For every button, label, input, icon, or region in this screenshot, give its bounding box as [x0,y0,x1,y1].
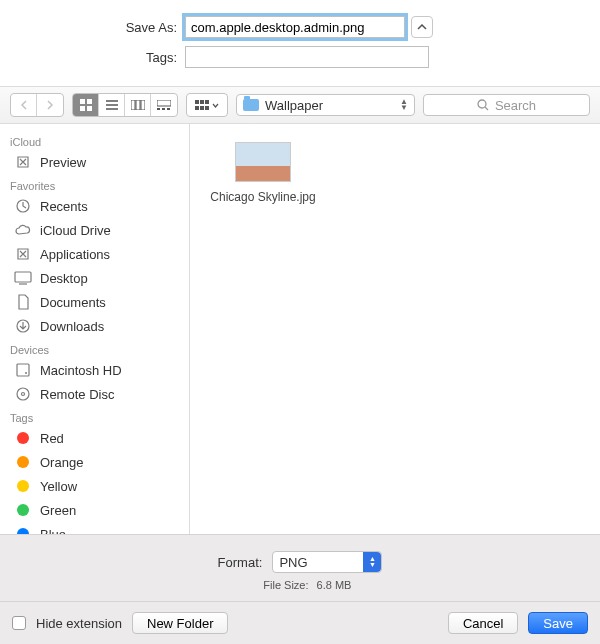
sidebar-item-macintosh-hd[interactable]: Macintosh HD [0,358,189,382]
column-view-button[interactable] [125,94,151,116]
hide-extension-label: Hide extension [36,616,122,631]
search-icon [477,99,489,111]
sidebar-item-label: Desktop [40,271,88,286]
tags-input[interactable] [185,46,429,68]
save-as-label: Save As: [0,20,185,35]
sidebar-item-documents[interactable]: Documents [0,290,189,314]
toolbar: Wallpaper ▲▼ Search [0,86,600,124]
filesize-value: 6.8 MB [317,579,352,591]
sidebar-item-applications[interactable]: Applications [0,242,189,266]
updown-icon: ▲▼ [400,99,408,111]
sidebar-item-remote-disc[interactable]: Remote Disc [0,382,189,406]
chevron-left-icon [20,100,27,110]
chevron-right-icon [47,100,54,110]
main-area: iCloudPreviewFavoritesRecentsiCloud Driv… [0,124,600,534]
file-tile[interactable]: Chicago Skyline.jpg [208,142,318,204]
list-view-button[interactable] [99,94,125,116]
tag-dot-icon [14,525,32,534]
gallery-view-button[interactable] [151,94,177,116]
hide-extension-checkbox[interactable] [12,616,26,630]
svg-rect-13 [167,108,170,110]
svg-rect-10 [157,100,171,106]
file-name-label: Chicago Skyline.jpg [208,190,318,204]
sidebar-doc-icon [14,293,32,311]
sidebar-download-icon [14,317,32,335]
sidebar-clock-icon [14,197,32,215]
svg-rect-17 [195,106,199,110]
format-value: PNG [279,555,307,570]
svg-line-21 [485,107,488,110]
sidebar-item-desktop[interactable]: Desktop [0,266,189,290]
bottom-bar: Hide extension New Folder Cancel Save [0,601,600,644]
search-field[interactable]: Search [423,94,590,116]
sidebar-item-red[interactable]: Red [0,426,189,450]
sidebar-item-orange[interactable]: Orange [0,450,189,474]
sidebar-section-header: Devices [0,338,189,358]
svg-rect-0 [80,99,85,104]
svg-rect-3 [87,106,92,111]
svg-rect-12 [162,108,165,110]
sidebar-section-header: iCloud [0,130,189,150]
list-icon [106,100,118,110]
folder-icon [243,99,259,111]
location-label: Wallpaper [265,98,323,113]
group-segment [186,93,228,117]
svg-rect-18 [200,106,204,110]
gallery-icon [157,100,171,110]
file-grid[interactable]: Chicago Skyline.jpg [190,124,600,534]
sidebar-section-header: Tags [0,406,189,426]
sidebar-desktop-icon [14,269,32,287]
sidebar-item-blue[interactable]: Blue [0,522,189,534]
svg-point-27 [25,372,27,374]
new-folder-button[interactable]: New Folder [132,612,228,634]
sidebar-app-icon [14,153,32,171]
collapse-button[interactable] [411,16,433,38]
sidebar-section-header: Favorites [0,174,189,194]
sidebar-hdd-icon [14,361,32,379]
svg-rect-2 [80,106,85,111]
search-placeholder: Search [495,98,536,113]
format-label: Format: [218,555,263,570]
tag-dot-icon [14,429,32,447]
sidebar[interactable]: iCloudPreviewFavoritesRecentsiCloud Driv… [0,124,190,534]
sidebar-item-label: Applications [40,247,110,262]
svg-rect-15 [200,100,204,104]
sidebar-item-green[interactable]: Green [0,498,189,522]
save-button[interactable]: Save [528,612,588,634]
sidebar-item-yellow[interactable]: Yellow [0,474,189,498]
save-dialog: Save As: Tags: [0,0,600,644]
svg-rect-14 [195,100,199,104]
chevron-up-icon [417,24,427,30]
sidebar-item-recents[interactable]: Recents [0,194,189,218]
tag-dot-icon [14,477,32,495]
svg-rect-11 [157,108,160,110]
svg-rect-16 [205,100,209,104]
sidebar-item-label: Red [40,431,64,446]
tag-dot-icon [14,453,32,471]
columns-icon [131,100,145,110]
sidebar-app-icon [14,245,32,263]
group-by-button[interactable] [187,94,227,116]
cancel-button[interactable]: Cancel [448,612,518,634]
format-select[interactable]: PNG ▲▼ [272,551,382,573]
svg-point-28 [17,388,29,400]
sidebar-item-label: Remote Disc [40,387,114,402]
svg-point-29 [22,393,25,396]
sidebar-item-label: Yellow [40,479,77,494]
location-popup[interactable]: Wallpaper ▲▼ [236,94,415,116]
sidebar-item-label: Green [40,503,76,518]
icon-view-button[interactable] [73,94,99,116]
filesize-label: File Size: [249,579,309,591]
sidebar-item-label: Preview [40,155,86,170]
forward-button[interactable] [37,94,63,116]
sidebar-disc-icon [14,385,32,403]
filename-input[interactable] [185,16,405,38]
sidebar-item-downloads[interactable]: Downloads [0,314,189,338]
sidebar-item-label: Downloads [40,319,104,334]
sidebar-item-preview[interactable]: Preview [0,150,189,174]
file-thumbnail [235,142,291,182]
format-bar: Format: PNG ▲▼ File Size: 6.8 MB [0,534,600,601]
back-button[interactable] [11,94,37,116]
grid-icon [80,99,92,111]
sidebar-item-icloud-drive[interactable]: iCloud Drive [0,218,189,242]
